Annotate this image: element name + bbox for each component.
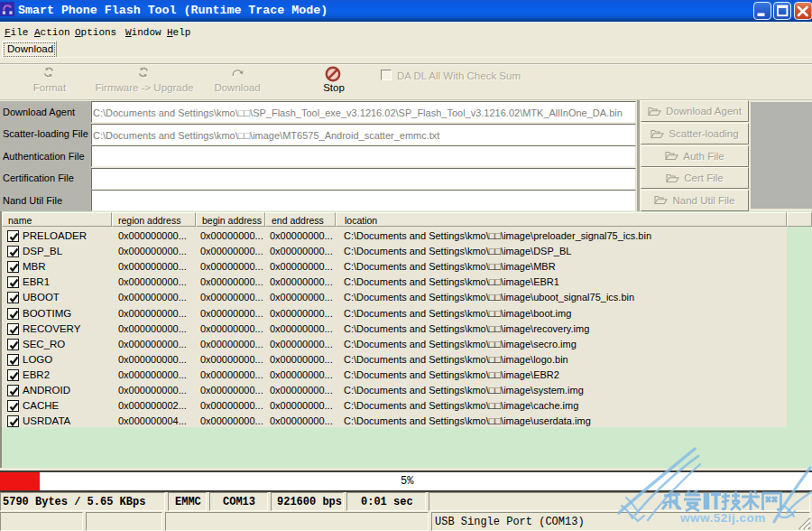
- svg-text:www.52ij.com: www.52ij.com: [679, 511, 766, 525]
